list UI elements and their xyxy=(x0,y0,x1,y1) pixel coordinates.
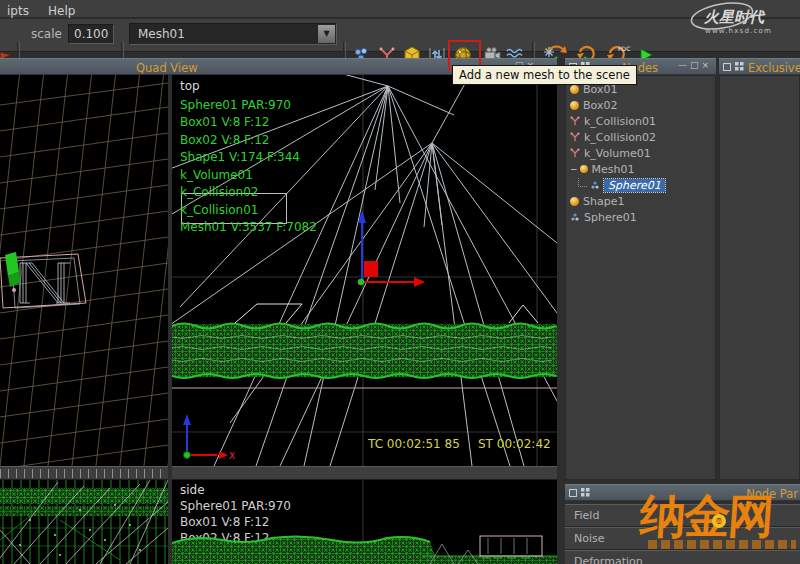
panel-mini-icons xyxy=(723,62,744,71)
simulation-time-display: ST 00:02:42 xyxy=(478,437,551,451)
scale-input[interactable] xyxy=(68,24,114,44)
stat-line: k_Collision01 xyxy=(180,203,258,217)
svg-text:www.hxsd.com: www.hxsd.com xyxy=(705,27,772,35)
layout-grid-icon[interactable] xyxy=(581,488,590,497)
side-viewport-wireframe xyxy=(172,480,557,564)
svg-text:PDC: PDC xyxy=(618,45,630,52)
translate-manipulator[interactable] xyxy=(358,210,425,287)
daemon-node-icon xyxy=(570,116,580,126)
application-window: ipts Help scale Mesh01 ▼ xyxy=(0,0,800,564)
float-panel-icon[interactable] xyxy=(569,489,577,497)
panel-mini-icons xyxy=(569,488,590,497)
node-selector-value: Mesh01 xyxy=(138,27,185,41)
tree-guide-line xyxy=(578,178,587,187)
param-section-deformation[interactable]: Deformation xyxy=(565,550,800,564)
close-icon[interactable]: × xyxy=(701,60,712,70)
emitter-node-icon xyxy=(590,180,600,190)
tree-item-k-collision02[interactable]: k_Collision02 xyxy=(570,129,656,145)
restore-icon[interactable]: □ xyxy=(690,60,702,70)
scale-label: scale xyxy=(31,27,62,41)
tree-item-sphere01[interactable]: Sphere01 xyxy=(570,209,637,225)
svg-text:X: X xyxy=(229,451,235,461)
stat-line: Box02 V:8 F:12 xyxy=(180,133,269,147)
menu-item-scripts[interactable]: ipts xyxy=(0,2,36,20)
panel-splitter[interactable] xyxy=(557,58,565,564)
side-viewport[interactable]: side Sphere01 PAR:970 Box01 V:8 F:12 Box… xyxy=(172,480,557,564)
nodes-tree: Box01 Box02 k_Collision01 k_Collision02 … xyxy=(565,75,716,480)
chevron-down-icon[interactable]: ▼ xyxy=(318,25,335,43)
stat-line: Box01 V:8 F:12 xyxy=(180,115,269,129)
watermark-ring-decoration xyxy=(712,514,726,528)
param-section-field[interactable]: Field xyxy=(565,504,800,527)
emitter-node-icon xyxy=(570,212,580,222)
daemon-node-icon xyxy=(570,132,580,142)
perspective-viewport[interactable] xyxy=(0,75,168,466)
node-params-titlebar[interactable]: Node Par xyxy=(565,484,800,501)
top-view-label: top xyxy=(180,79,200,93)
tree-item-k-collision01[interactable]: k_Collision01 xyxy=(570,113,656,129)
minimize-icon[interactable]: — xyxy=(678,60,690,70)
tooltip: Add a new mesh to the scene xyxy=(452,65,637,85)
exclusive-panel-titlebar[interactable]: Exclusive xyxy=(719,58,800,75)
splitter-ruler-ticks xyxy=(0,469,172,478)
tree-item-k-volume01[interactable]: k_Volume01 xyxy=(570,145,651,161)
shape-node-icon xyxy=(570,197,579,206)
watermark-url-decoration xyxy=(648,540,796,549)
stat-line: Mesh01 V:3537 F:7082 xyxy=(180,220,317,234)
perspective-wireframe xyxy=(0,75,168,466)
tree-item-sphere01-child[interactable]: Sphere01 xyxy=(570,177,665,193)
top-viewport[interactable]: X top Sphere01 PAR:970 Box01 V:8 F:12 Bo… xyxy=(172,75,557,466)
collapse-expander-icon[interactable]: − xyxy=(570,164,578,174)
bottom-left-viewport[interactable] xyxy=(0,480,168,564)
brand-logo: 火星时代 www.hxsd.com xyxy=(688,2,798,42)
nodes-window-buttons: —□× xyxy=(678,60,712,70)
bottom-left-wireframe xyxy=(0,480,168,564)
svg-text:火星时代: 火星时代 xyxy=(704,8,766,26)
timecode-display: TC 00:02:51 85 xyxy=(368,437,460,451)
stat-line: k_Collision02 xyxy=(180,185,258,199)
stat-line: Shape1 V:174 F:344 xyxy=(180,150,300,164)
box-node-icon xyxy=(570,85,579,94)
float-panel-icon[interactable] xyxy=(723,63,731,71)
menu-item-help[interactable]: Help xyxy=(41,2,82,20)
node-params-title: Node Par xyxy=(746,487,798,501)
box-node-icon xyxy=(570,101,579,110)
tree-item-box02[interactable]: Box02 xyxy=(570,97,617,113)
stat-line: Sphere01 PAR:970 xyxy=(180,98,291,112)
menu-bar: ipts Help xyxy=(0,0,800,18)
tree-item-mesh01[interactable]: − Mesh01 xyxy=(570,161,635,177)
exclusive-panel-title: Exclusive xyxy=(748,61,800,75)
main-toolbar: scale Mesh01 ▼ xyxy=(0,19,800,52)
quad-view-title: Quad View xyxy=(136,61,198,75)
layout-grid-icon[interactable] xyxy=(735,62,744,71)
tree-item-shape1[interactable]: Shape1 xyxy=(570,193,624,209)
node-selector-dropdown[interactable]: Mesh01 ▼ xyxy=(129,23,337,45)
stat-line: k_Volume01 xyxy=(180,168,253,182)
daemon-node-icon xyxy=(570,148,580,158)
exclusive-panel-body xyxy=(719,75,800,480)
mesh-node-icon xyxy=(580,165,588,173)
